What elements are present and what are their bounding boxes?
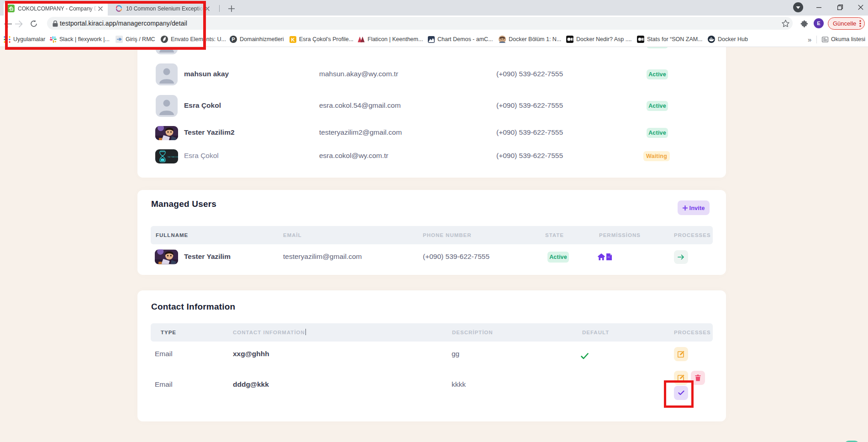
- home-permission-icon: [598, 253, 605, 260]
- status-badge: Active: [647, 69, 668, 79]
- column-header-processes: PROCESSES: [674, 226, 711, 244]
- state-badge: Active: [547, 252, 569, 263]
- user-avatar-photo: [155, 126, 178, 140]
- profile-initial: E: [817, 21, 820, 26]
- restore-button[interactable]: [831, 0, 849, 15]
- managed-user-email: testeryazilim@gmail.com: [283, 253, 362, 261]
- trash-icon: [695, 374, 701, 381]
- contact-description: gg: [452, 350, 459, 358]
- column-header-email: EMAİL: [283, 226, 302, 244]
- bookmark-label: Domainhizmetleri: [240, 36, 284, 42]
- user-avatar-photo: THE TİME İS NOW: [155, 149, 178, 163]
- user-avatar-placeholder: [156, 95, 178, 117]
- user-name: Esra Çokol: [184, 101, 221, 110]
- svg-text:K: K: [291, 37, 295, 42]
- bookmark-item[interactable]: K Esra Çokol's Profile...: [289, 32, 353, 47]
- flaticon-icon: [358, 36, 365, 42]
- contact-type: Email: [155, 350, 173, 358]
- puzzle-icon: [800, 20, 808, 28]
- user-phone: (+090) 539-622-7555: [496, 152, 563, 160]
- column-header-state: STATE: [545, 226, 564, 244]
- user-email: esra.cokol.54@gmail.com: [319, 101, 401, 110]
- bookmark-item[interactable]: Docker Bölüm 1: N...: [499, 32, 561, 47]
- medium-icon: [566, 36, 573, 43]
- bookmark-item[interactable]: Docker Hub: [708, 32, 748, 47]
- managed-user-phone: (+090) 539-622-7555: [423, 253, 489, 261]
- user-avatar-placeholder: [156, 63, 178, 85]
- column-header-fullname: FULLNAME: [156, 226, 188, 244]
- new-tab-button[interactable]: [225, 2, 238, 15]
- user-name: mahsun akay: [184, 70, 229, 78]
- medium-icon: [637, 36, 644, 43]
- bookmark-item[interactable]: P Domainhizmetleri: [230, 32, 284, 47]
- status-badge: Active: [647, 101, 668, 111]
- user-email: mahsun.akay@wy.com.tr: [319, 70, 398, 78]
- column-header-contact-information: CONTACT INFORMATİON: [233, 323, 306, 342]
- user-phone: (+090) 539-622-7555: [496, 70, 563, 78]
- bookmark-item[interactable]: Flaticon | Keenthem...: [358, 32, 423, 47]
- contact-info-card: Contact Information TYPE CONTACT INFORMA…: [137, 290, 726, 421]
- managed-users-card: Managed Users Invite FULLNAME EMAİL PHON…: [137, 190, 726, 275]
- annotation-rectangle-browser: [5, 1, 206, 50]
- browser-menu-icon[interactable]: [859, 20, 861, 27]
- reading-list-label: Okuma listesi: [831, 36, 865, 42]
- column-header-description: DESCRİPTİON: [452, 323, 493, 342]
- bookmark-item[interactable]: Stats for “SON ZAM...: [637, 32, 703, 47]
- bookmark-item[interactable]: Chart Demos - amC...: [428, 32, 493, 47]
- status-badge: Active: [647, 128, 668, 138]
- contact-value: xxg@ghhh: [233, 350, 269, 358]
- column-header-phone: PHONE NUMBER: [423, 226, 472, 244]
- bookmark-label: Docker Bölüm 1: N...: [509, 36, 561, 42]
- text-cursor: [305, 329, 306, 335]
- update-chrome-button[interactable]: Güncelle: [828, 17, 865, 30]
- edit-contact-button[interactable]: [674, 347, 688, 361]
- bookmark-label: Stats for “SON ZAM...: [647, 36, 703, 42]
- docker-hub-icon: [708, 36, 715, 43]
- bookmarks-divider: [816, 36, 817, 43]
- window-close-button[interactable]: [852, 0, 868, 15]
- user-phone: (+090) 539-622-7555: [496, 128, 563, 137]
- invite-button[interactable]: Invite: [678, 200, 710, 215]
- edit-icon: [678, 351, 684, 358]
- column-header-permissions: PERMİSSİONS: [599, 226, 641, 244]
- plus-icon: [683, 205, 688, 210]
- minimize-button[interactable]: [810, 0, 828, 15]
- p-circle-icon: P: [230, 36, 237, 43]
- user-email: testeryazilim2@gmail.com: [319, 128, 402, 137]
- column-header-default: DEFAULT: [582, 323, 609, 342]
- svg-text:THE TİME İS NOW: THE TİME İS NOW: [167, 156, 178, 158]
- invite-label: Invite: [689, 205, 705, 211]
- contact-value: dddg@kkk: [233, 380, 269, 389]
- update-label: Güncelle: [833, 20, 856, 27]
- bookmark-label: Docker Nedir? Asp ....: [576, 36, 632, 42]
- contact-info-title: Contact Information: [151, 302, 235, 312]
- user-name: Tester Yazilim2: [184, 128, 235, 137]
- user-email: esra.cokol@wy.com.tr: [319, 152, 389, 160]
- user-name: Esra Çokol: [184, 152, 219, 160]
- bookmark-label: Docker Hub: [718, 36, 748, 42]
- svg-text:P: P: [231, 37, 235, 42]
- extensions-button[interactable]: [798, 18, 810, 30]
- bookmark-label: Chart Demos - amC...: [437, 36, 493, 42]
- chevrons-icon: »: [808, 36, 811, 43]
- managed-user-detail-button[interactable]: [674, 250, 688, 264]
- annotation-rectangle-confirm: [664, 380, 694, 408]
- bookmarks-overflow-button[interactable]: »: [808, 32, 811, 47]
- contact-type: Email: [155, 380, 173, 389]
- managed-users-title: Managed Users: [151, 199, 216, 209]
- status-badge: Waiting: [643, 151, 670, 161]
- user-phone: (+090) 539-622-7555: [496, 101, 563, 110]
- media-controls-button[interactable]: [789, 0, 807, 15]
- tab-divider: [219, 5, 220, 12]
- document-permission-icon: [606, 253, 612, 260]
- reading-list-button[interactable]: Okuma listesi: [822, 32, 865, 47]
- arrow-right-icon: [678, 254, 684, 260]
- bookmark-item[interactable]: Docker Nedir? Asp ....: [566, 32, 632, 47]
- bookmark-label: Esra Çokol's Profile...: [299, 36, 353, 42]
- bookmark-label: Flaticon | Keenthem...: [368, 36, 423, 42]
- keenthemes-icon: K: [289, 36, 296, 43]
- managed-user-name: Tester Yazilim: [184, 253, 231, 261]
- bookmark-star-icon[interactable]: [782, 20, 789, 27]
- profile-avatar[interactable]: E: [814, 18, 824, 28]
- column-header-processes: PROCESSES: [674, 323, 711, 342]
